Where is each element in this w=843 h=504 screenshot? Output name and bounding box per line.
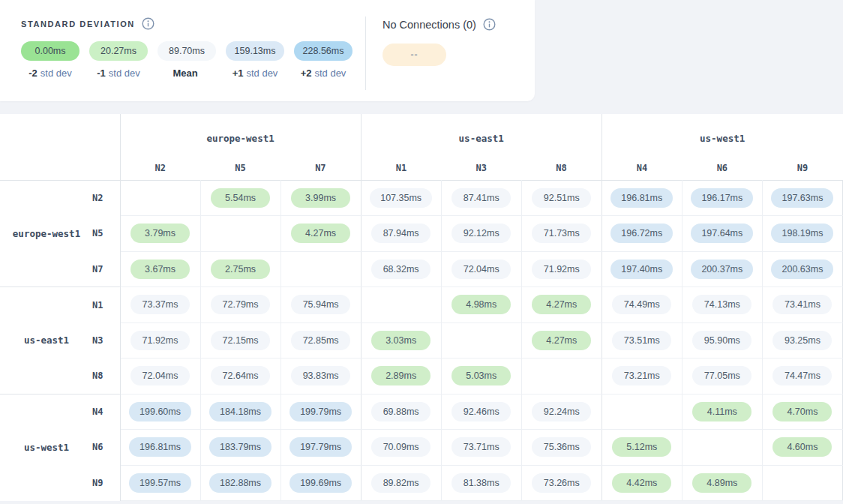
latency-cell-pill[interactable]: 5.03ms xyxy=(452,366,511,386)
latency-cell-pill[interactable]: 92.51ms xyxy=(532,188,591,208)
latency-cell-pill[interactable]: 95.90ms xyxy=(692,331,752,350)
row-node-N6[interactable]: N6 xyxy=(88,430,120,466)
latency-cell-pill[interactable]: 73.51ms xyxy=(612,331,671,350)
latency-cell-pill[interactable]: 73.21ms xyxy=(612,366,671,386)
latency-cell-pill[interactable]: 71.92ms xyxy=(532,260,591,279)
latency-cell-pill[interactable]: 72.64ms xyxy=(211,366,270,386)
latency-cell-pill[interactable]: 200.63ms xyxy=(771,260,833,279)
row-node-N5[interactable]: N5 xyxy=(88,216,120,252)
latency-cell-pill[interactable]: 107.35ms xyxy=(370,188,432,208)
column-node-N3[interactable]: N3 xyxy=(441,156,521,180)
latency-cell-pill[interactable]: 182.88ms xyxy=(209,473,272,493)
row-node-N8[interactable]: N8 xyxy=(88,358,120,394)
latency-cell-pill[interactable]: 5.12ms xyxy=(612,437,671,457)
latency-cell-pill[interactable]: 72.85ms xyxy=(291,331,350,350)
latency-cell-pill[interactable]: 87.94ms xyxy=(371,224,430,243)
latency-cell-pill[interactable]: 93.25ms xyxy=(772,331,832,350)
column-node-N4[interactable]: N4 xyxy=(602,156,682,180)
latency-cell-pill[interactable]: 4.70ms xyxy=(772,402,832,422)
row-node-N4[interactable]: N4 xyxy=(88,394,120,430)
latency-cell-pill[interactable]: 5.54ms xyxy=(211,188,270,208)
latency-cell-pill[interactable]: 4.27ms xyxy=(532,295,591,314)
latency-cell-pill[interactable]: 73.37ms xyxy=(130,295,190,314)
latency-cell-pill[interactable]: 3.99ms xyxy=(291,188,350,208)
latency-cell-pill[interactable]: 74.49ms xyxy=(612,295,671,314)
column-node-N9[interactable]: N9 xyxy=(762,156,842,180)
latency-cell-pill[interactable]: 87.41ms xyxy=(452,188,511,208)
latency-cell-pill[interactable]: 81.38ms xyxy=(452,473,511,493)
latency-cell-pill[interactable]: 89.82ms xyxy=(371,473,430,493)
row-node-N3[interactable]: N3 xyxy=(88,322,120,358)
column-node-N7[interactable]: N7 xyxy=(280,156,361,180)
latency-cell-pill[interactable]: 68.32ms xyxy=(371,260,430,279)
latency-cell-pill[interactable]: 196.81ms xyxy=(610,188,673,208)
latency-cell-pill[interactable]: 199.60ms xyxy=(129,402,191,422)
latency-cell-pill[interactable]: 70.09ms xyxy=(371,437,430,457)
std-dev-info-icon[interactable] xyxy=(142,17,154,30)
latency-cell-pill[interactable]: 4.98ms xyxy=(452,295,511,314)
latency-cell-pill[interactable]: 92.46ms xyxy=(452,402,511,422)
latency-cell-pill[interactable]: 72.15ms xyxy=(211,331,270,350)
latency-cell-pill[interactable]: 71.73ms xyxy=(532,224,591,243)
std-dev-pills: 0.00ms 20.27ms 89.70ms 159.13ms 228.56ms xyxy=(21,41,352,61)
latency-cell-pill[interactable]: 74.13ms xyxy=(692,295,752,314)
latency-cell-pill[interactable]: 77.05ms xyxy=(692,366,752,386)
latency-cell-pill[interactable]: 197.40ms xyxy=(610,260,673,279)
latency-cell-pill[interactable]: 4.11ms xyxy=(692,402,752,422)
latency-cell-pill[interactable]: 197.64ms xyxy=(691,224,753,243)
column-node-N2[interactable]: N2 xyxy=(120,156,200,180)
latency-cell-pill[interactable]: 4.89ms xyxy=(692,473,752,493)
latency-cell-pill[interactable]: 92.24ms xyxy=(532,402,591,422)
matrix-row-N8: N872.04ms72.64ms93.83ms2.89ms5.03ms73.21… xyxy=(0,358,843,394)
latency-cell-pill[interactable]: 199.69ms xyxy=(290,473,352,493)
no-connections-info-icon[interactable] xyxy=(483,18,496,31)
latency-cell-pill[interactable]: 196.72ms xyxy=(610,224,673,243)
row-node-N7[interactable]: N7 xyxy=(88,251,120,287)
latency-cell-pill[interactable]: 73.26ms xyxy=(532,473,591,493)
column-node-N5[interactable]: N5 xyxy=(200,156,280,180)
latency-cell-pill[interactable]: 196.17ms xyxy=(691,188,753,208)
std-dev-header: STANDARD DEVIATION xyxy=(21,17,154,30)
legend-pill-mean: 89.70ms xyxy=(158,41,216,61)
latency-cell: 71.92ms xyxy=(120,322,200,358)
latency-cell-pill[interactable]: 197.63ms xyxy=(771,188,833,208)
row-node-N9[interactable]: N9 xyxy=(88,465,120,501)
latency-cell-pill[interactable]: 3.79ms xyxy=(130,224,190,243)
latency-cell-pill[interactable]: 75.94ms xyxy=(291,295,350,314)
latency-cell-pill[interactable]: 93.83ms xyxy=(291,366,350,386)
latency-cell-pill[interactable]: 197.79ms xyxy=(290,437,352,457)
latency-cell-pill[interactable]: 92.12ms xyxy=(452,224,511,243)
latency-cell: 68.32ms xyxy=(361,251,441,287)
latency-cell-pill[interactable]: 3.03ms xyxy=(371,331,430,350)
latency-cell-pill[interactable]: 73.71ms xyxy=(452,437,511,457)
latency-cell-pill[interactable]: 200.37ms xyxy=(691,260,753,279)
latency-cell-pill[interactable]: 72.79ms xyxy=(211,295,270,314)
latency-cell: 70.09ms xyxy=(361,430,441,466)
latency-cell-pill[interactable]: 73.41ms xyxy=(772,295,832,314)
latency-cell-pill[interactable]: 72.04ms xyxy=(130,366,190,386)
latency-cell-pill[interactable]: 196.81ms xyxy=(129,437,191,457)
latency-cell-pill[interactable]: 183.79ms xyxy=(209,437,272,457)
latency-cell-pill[interactable]: 4.27ms xyxy=(532,331,591,350)
row-node-N1[interactable]: N1 xyxy=(88,287,120,323)
latency-cell-pill[interactable]: 4.42ms xyxy=(612,473,671,493)
column-node-N8[interactable]: N8 xyxy=(521,156,602,180)
latency-cell-pill[interactable]: 75.36ms xyxy=(532,437,591,457)
latency-cell-pill[interactable]: 2.89ms xyxy=(371,366,430,386)
latency-cell-pill[interactable]: 199.57ms xyxy=(129,473,191,493)
latency-cell-pill[interactable]: 198.19ms xyxy=(771,224,833,243)
column-node-N1[interactable]: N1 xyxy=(361,156,441,180)
latency-cell-pill[interactable]: 199.79ms xyxy=(290,402,352,422)
latency-cell-pill[interactable]: 184.18ms xyxy=(209,402,272,422)
row-node-N2[interactable]: N2 xyxy=(88,180,120,216)
latency-cell-pill[interactable]: 3.67ms xyxy=(130,260,190,279)
latency-cell-pill[interactable]: 69.88ms xyxy=(371,402,430,422)
latency-cell-empty xyxy=(441,322,521,358)
latency-cell-pill[interactable]: 72.04ms xyxy=(452,260,511,279)
column-node-N6[interactable]: N6 xyxy=(682,156,762,180)
latency-cell-pill[interactable]: 4.60ms xyxy=(772,437,832,457)
latency-cell-pill[interactable]: 74.47ms xyxy=(772,366,832,386)
latency-cell-pill[interactable]: 4.27ms xyxy=(291,224,350,243)
latency-cell-pill[interactable]: 2.75ms xyxy=(211,260,270,279)
latency-cell-pill[interactable]: 71.92ms xyxy=(130,331,190,350)
